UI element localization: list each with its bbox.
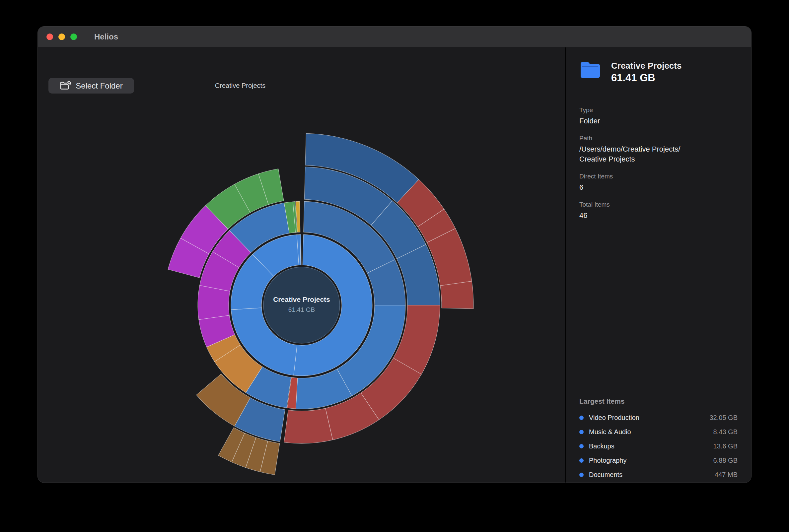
largest-item-row[interactable]: Photography6.88 GB — [579, 453, 737, 468]
item-color-dot — [579, 416, 584, 420]
largest-items-section: Largest Items Video Production32.05 GBMu… — [579, 397, 737, 482]
detail-label: Path — [579, 135, 738, 142]
folder-plus-icon — [60, 81, 71, 91]
traffic-lights — [38, 34, 77, 40]
close-button[interactable] — [46, 34, 53, 40]
detail-value: 6 — [579, 183, 738, 192]
folder-icon — [579, 60, 601, 84]
largest-item-row[interactable]: Documents447 MB — [579, 468, 737, 482]
largest-item-row[interactable]: Backups13.6 GB — [579, 439, 737, 453]
detail-label: Type — [579, 107, 738, 114]
detail-label: Direct Items — [579, 173, 738, 180]
item-color-dot — [579, 473, 584, 477]
largest-items-title: Largest Items — [579, 397, 737, 405]
detail-label: Total Items — [579, 201, 738, 208]
item-color-dot — [579, 444, 584, 449]
largest-item-name: Video Production — [589, 414, 709, 421]
largest-item-size: 447 MB — [715, 471, 737, 479]
chart-segment[interactable] — [284, 408, 333, 443]
largest-item-name: Music & Audio — [589, 428, 713, 436]
largest-item-name: Photography — [589, 457, 713, 464]
sidebar-header: Creative Projects 61.41 GB — [579, 60, 737, 84]
largest-item-size: 6.88 GB — [713, 457, 737, 464]
sunburst-chart[interactable] — [123, 126, 481, 483]
select-folder-button[interactable]: Select Folder — [49, 78, 134, 94]
chart-segment[interactable] — [440, 281, 473, 309]
item-color-dot — [579, 458, 584, 463]
detail-value: /Users/demo/Creative Projects/ Creative … — [579, 144, 738, 164]
header-divider — [579, 95, 737, 95]
titlebar: Helios — [38, 26, 751, 47]
largest-item-row[interactable]: Video Production32.05 GB — [579, 411, 737, 425]
item-color-dot — [579, 430, 584, 434]
breadcrumb: Creative Projects — [187, 78, 293, 94]
detail-list: TypeFolderPath/Users/demo/Creative Proje… — [579, 107, 738, 229]
largest-item-size: 32.05 GB — [709, 414, 737, 421]
app-window: Helios Select Folder Creative Projects C… — [37, 26, 752, 483]
largest-item-name: Backups — [589, 442, 713, 450]
window-title: Helios — [94, 32, 118, 41]
detail-value: 46 — [579, 211, 738, 221]
details-sidebar: Creative Projects 61.41 GB TypeFolderPat… — [566, 48, 751, 482]
sidebar-titles: Creative Projects 61.41 GB — [611, 60, 681, 84]
chart-center-circle[interactable] — [263, 267, 340, 343]
select-folder-label: Select Folder — [76, 81, 123, 91]
largest-item-size: 13.6 GB — [713, 442, 737, 450]
largest-item-size: 8.43 GB — [713, 428, 737, 436]
detail-value: Folder — [579, 116, 738, 126]
sidebar-item-name: Creative Projects — [611, 60, 681, 71]
sidebar-item-size: 61.41 GB — [611, 71, 681, 84]
largest-item-row[interactable]: Music & Audio8.43 GB — [579, 425, 737, 439]
zoom-button[interactable] — [70, 34, 77, 40]
largest-item-name: Documents — [589, 471, 715, 479]
minimize-button[interactable] — [58, 34, 65, 40]
